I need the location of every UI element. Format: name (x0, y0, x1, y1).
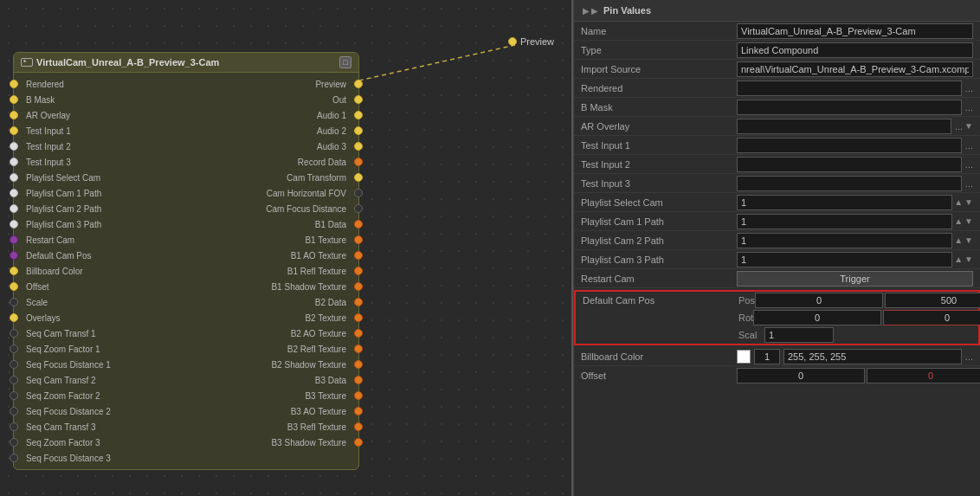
restart-cam-label: Restart Cam (581, 274, 737, 284)
test-input1-input[interactable] (737, 138, 962, 153)
pos-inputs (755, 293, 980, 308)
port-label: Cam Horizontal FOV (255, 189, 358, 198)
test-input1-dots[interactable]: ... (965, 140, 973, 151)
port-dot (10, 360, 18, 369)
port-label: Test Input 1 (14, 126, 83, 136)
panel-header: ▶ ▶ Pin Values (574, 0, 980, 22)
billboard-dots[interactable]: ... (965, 351, 973, 362)
test-input2-input[interactable] (737, 157, 962, 172)
port-dot (10, 189, 18, 197)
port-dot (10, 142, 18, 151)
property-row-name: Name (574, 22, 980, 41)
list-item: Rendered (14, 76, 186, 92)
pos-y-input[interactable] (885, 293, 980, 308)
b-mask-dots[interactable]: ... (965, 102, 973, 113)
node-outputs: Preview Out Audio 1 Audio 2 (186, 76, 358, 466)
name-input[interactable] (737, 23, 973, 39)
port-label: Test Input 3 (14, 158, 83, 167)
name-value-container (737, 23, 973, 39)
list-item: Restart Cam (14, 232, 186, 248)
playlist-cam3-label: Playlist Cam 3 Path (581, 254, 737, 265)
list-item: Test Input 2 (14, 138, 186, 154)
node-expand-button[interactable]: □ (339, 56, 351, 68)
test-input3-input[interactable] (737, 176, 962, 191)
list-item: Playlist Select Cam (14, 170, 186, 185)
billboard-alpha-input[interactable] (754, 349, 780, 364)
playlist-select-cam-arrow-up[interactable]: ▲ (954, 197, 963, 207)
list-item: B3 Refl Texture (275, 419, 358, 435)
playlist-cam2-arrow-down[interactable]: ▼ (964, 235, 973, 245)
port-dot (10, 173, 18, 182)
scal-input[interactable] (764, 327, 834, 343)
list-item: B2 Refl Texture (275, 341, 358, 357)
list-item: B3 Data (303, 372, 358, 388)
playlist-select-cam-label: Playlist Select Cam (581, 197, 737, 208)
property-row-playlist-cam3: Playlist Cam 3 Path ▲ ▼ (574, 250, 980, 269)
port-label: Cam Transform (274, 173, 358, 183)
port-label: Seq Focus Distance 2 (14, 407, 123, 416)
rot-x-input[interactable] (753, 310, 881, 325)
offset-x-input[interactable] (737, 368, 865, 383)
b-mask-input[interactable] (737, 100, 962, 115)
playlist-cam3-input[interactable] (737, 252, 952, 267)
ar-overlay-input[interactable] (737, 119, 951, 134)
rot-y-input[interactable] (883, 310, 980, 325)
list-item: Billboard Color (14, 263, 186, 279)
test-input1-value-container: ... (737, 138, 973, 153)
panel-title: Pin Values (603, 5, 651, 16)
property-row-b-mask: B Mask ... (574, 98, 980, 117)
playlist-cam2-input[interactable] (737, 233, 952, 248)
property-row-rendered: Rendered ... (574, 79, 980, 98)
port-label: Playlist Select Cam (14, 173, 113, 183)
port-dot (354, 189, 363, 197)
billboard-color-swatch[interactable] (737, 350, 751, 364)
pos-x-input[interactable] (755, 293, 883, 308)
port-dot (10, 235, 18, 244)
playlist-select-cam-arrow-down[interactable]: ▼ (964, 197, 973, 207)
node-title: VirtualCam_Unreal_A-B_Preview_3-Cam (36, 57, 219, 68)
port-label: Seq Zoom Factor 1 (14, 345, 113, 354)
port-dot (10, 454, 18, 462)
rendered-input[interactable] (737, 81, 962, 96)
playlist-cam1-arrow-up[interactable]: ▲ (954, 216, 963, 226)
port-label: B3 Data (303, 376, 358, 385)
playlist-cam1-input[interactable] (737, 214, 952, 229)
port-dot (354, 126, 363, 135)
type-input[interactable] (737, 42, 973, 58)
offset-y-input[interactable] (867, 368, 980, 383)
test-input2-dots[interactable]: ... (965, 159, 973, 170)
default-cam-pos-label: Default Cam Pos (583, 295, 738, 306)
port-dot (354, 438, 363, 447)
list-item: Audio 3 (305, 138, 358, 154)
playlist-select-cam-input[interactable] (737, 195, 952, 210)
port-label: B3 Shadow Texture (259, 438, 358, 448)
rendered-dots[interactable]: ... (965, 83, 973, 93)
list-item: Seq Focus Distance 3 (14, 450, 186, 466)
port-dot (10, 345, 18, 353)
ar-overlay-label: AR Overlay (581, 121, 737, 132)
playlist-cam3-arrow-up[interactable]: ▲ (954, 254, 963, 264)
playlist-cam3-arrow-down[interactable]: ▼ (964, 254, 973, 264)
test-input3-label: Test Input 3 (581, 178, 737, 189)
port-dot (354, 142, 363, 151)
scal-sublabel: Scal (738, 330, 764, 340)
test-input3-dots[interactable]: ... (965, 178, 973, 189)
trigger-button[interactable]: Trigger (737, 271, 973, 287)
billboard-rgb-input[interactable] (783, 349, 962, 364)
playlist-cam2-arrow-up[interactable]: ▲ (954, 235, 963, 245)
port-label: B3 AO Texture (279, 407, 358, 416)
port-label: B1 Texture (293, 235, 358, 245)
port-label: B1 AO Texture (279, 251, 358, 261)
list-item: Playlist Cam 2 Path (14, 201, 186, 216)
import-source-input[interactable] (737, 61, 973, 77)
name-label: Name (581, 26, 737, 36)
import-source-label: Import Source (581, 64, 737, 74)
list-item: Out (320, 92, 358, 107)
playlist-cam1-arrow-down[interactable]: ▼ (964, 216, 973, 226)
list-item: B Mask (14, 92, 186, 107)
list-item: Playlist Cam 3 Path (14, 216, 186, 232)
port-label: B1 Shadow Texture (259, 282, 358, 292)
property-row-default-cam-pos-pos: Default Cam Pos Pos (576, 292, 978, 309)
port-dot (354, 111, 363, 119)
ar-overlay-dots[interactable]: ... (955, 121, 963, 132)
